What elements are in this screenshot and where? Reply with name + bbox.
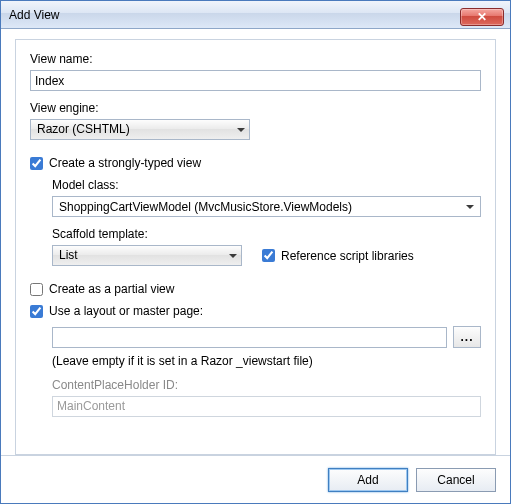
view-engine-combo[interactable]: Razor (CSHTML) (30, 119, 250, 140)
add-button[interactable]: Add (328, 468, 408, 492)
partial-view-row: Create as a partial view (30, 282, 481, 296)
strongly-typed-row: Create a strongly-typed view (30, 156, 481, 170)
window-title: Add View (9, 8, 59, 22)
chevron-down-icon (237, 128, 245, 132)
reference-scripts-label: Reference script libraries (281, 249, 414, 263)
layout-path-input[interactable] (52, 327, 447, 348)
strongly-typed-checkbox[interactable] (30, 157, 43, 170)
strongly-typed-group: Model class: ShoppingCartViewModel (MvcM… (52, 178, 481, 266)
scaffold-value: List (59, 246, 78, 265)
browse-button[interactable]: ... (453, 326, 481, 348)
cph-input: MainContent (52, 396, 481, 417)
cph-label: ContentPlaceHolder ID: (52, 378, 481, 392)
scaffold-combo[interactable]: List (52, 245, 242, 266)
titlebar: Add View ✕ (1, 1, 510, 29)
model-class-combo[interactable]: ShoppingCartViewModel (MvcMusicStore.Vie… (52, 196, 481, 217)
model-class-label: Model class: (52, 178, 481, 192)
ellipsis-icon: ... (460, 330, 473, 344)
strongly-typed-label: Create a strongly-typed view (49, 156, 201, 170)
content-panel: View name: View engine: Razor (CSHTML) C… (15, 39, 496, 455)
partial-view-checkbox[interactable] (30, 283, 43, 296)
view-name-input[interactable] (30, 70, 481, 91)
dialog-footer: Add Cancel (1, 455, 510, 503)
dialog-body: View name: View engine: Razor (CSHTML) C… (1, 29, 510, 455)
add-view-dialog: Add View ✕ View name: View engine: Razor… (0, 0, 511, 504)
cancel-button[interactable]: Cancel (416, 468, 496, 492)
use-layout-row: Use a layout or master page: (30, 304, 481, 318)
close-icon: ✕ (477, 10, 487, 24)
view-engine-value: Razor (CSHTML) (37, 120, 130, 139)
cph-value: MainContent (57, 399, 125, 413)
chevron-down-icon (229, 254, 237, 258)
view-engine-row: View engine: Razor (CSHTML) (30, 101, 481, 140)
scaffold-label: Scaffold template: (52, 227, 481, 241)
reference-scripts-checkbox[interactable] (262, 249, 275, 262)
view-name-label: View name: (30, 52, 481, 66)
partial-view-label: Create as a partial view (49, 282, 174, 296)
view-engine-label: View engine: (30, 101, 481, 115)
model-class-value: ShoppingCartViewModel (MvcMusicStore.Vie… (59, 200, 352, 214)
layout-group: ... (Leave empty if it is set in a Razor… (52, 326, 481, 417)
close-button[interactable]: ✕ (460, 8, 504, 26)
chevron-down-icon (466, 205, 474, 209)
view-name-row: View name: (30, 52, 481, 91)
use-layout-checkbox[interactable] (30, 305, 43, 318)
use-layout-label: Use a layout or master page: (49, 304, 203, 318)
layout-hint: (Leave empty if it is set in a Razor _vi… (52, 354, 481, 368)
